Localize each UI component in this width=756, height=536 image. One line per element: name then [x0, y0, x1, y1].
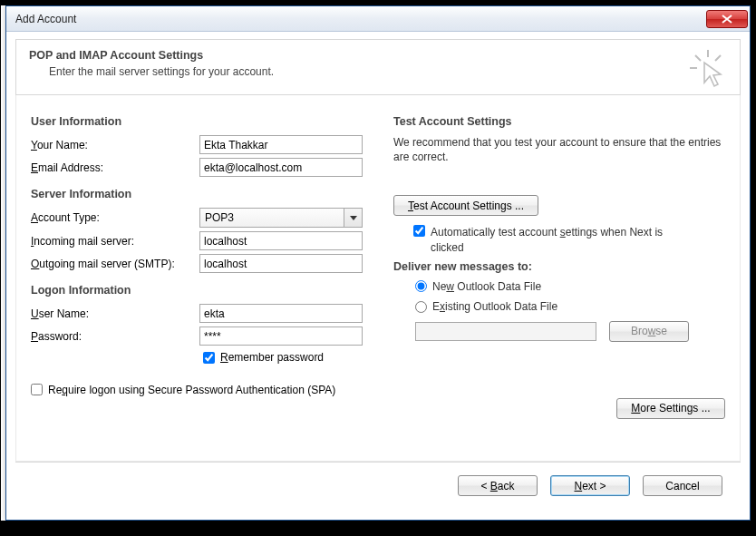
existing-data-file-radio[interactable]: Existing Outlook Data File — [415, 300, 557, 313]
outgoing-server-input[interactable] — [199, 254, 363, 273]
more-settings-button[interactable]: More Settings ... — [616, 398, 725, 419]
footer: < Back Next > Cancel — [15, 462, 741, 511]
incoming-server-input[interactable] — [199, 231, 363, 250]
left-column: User Information Your Name: Email Addres… — [31, 112, 366, 444]
your-name-label: Your Name: — [31, 139, 194, 151]
username-label: User Name: — [31, 307, 194, 320]
test-settings-desc: We recommend that you test your account … — [393, 135, 725, 164]
test-settings-header: Test Account Settings — [393, 115, 725, 128]
existing-file-path-input — [415, 322, 596, 341]
right-column: Test Account Settings We recommend that … — [393, 112, 725, 444]
window-title: Add Account — [15, 13, 706, 25]
next-button[interactable]: Next > — [550, 475, 630, 496]
email-input[interactable] — [199, 158, 363, 177]
account-type-label: Account Type: — [31, 211, 194, 224]
back-button[interactable]: < Back — [458, 475, 538, 496]
close-button[interactable] — [706, 10, 748, 28]
auto-test-checkbox[interactable] — [413, 225, 425, 237]
close-icon — [722, 15, 732, 24]
password-input[interactable] — [199, 326, 363, 346]
outgoing-label: Outgoing mail server (SMTP): — [31, 258, 194, 270]
header-title: POP and IMAP Account Settings — [29, 49, 727, 62]
deliver-header: Deliver new messages to: — [393, 260, 725, 273]
svg-line-2 — [695, 55, 701, 61]
browse-button[interactable]: Browse — [609, 321, 689, 342]
add-account-dialog: Add Account POP and IMAP Account Setting… — [5, 5, 751, 521]
password-label: Password: — [31, 330, 194, 343]
chevron-down-icon — [344, 209, 362, 227]
account-type-value: POP3 — [205, 211, 234, 224]
email-label: Email Address: — [31, 161, 194, 174]
account-type-select[interactable]: POP3 — [199, 208, 363, 228]
user-info-header: User Information — [31, 115, 366, 128]
your-name-input[interactable] — [199, 135, 363, 154]
cancel-button[interactable]: Cancel — [643, 475, 722, 496]
cursor-icon — [676, 40, 740, 96]
remember-password-checkbox[interactable]: Remember password — [203, 351, 366, 364]
new-data-file-radio[interactable]: New Outlook Data File — [415, 280, 541, 293]
incoming-label: Incoming mail server: — [31, 235, 194, 248]
logon-info-header: Logon Information — [31, 284, 366, 297]
spa-checkbox[interactable] — [31, 384, 43, 395]
header-subtitle: Enter the mail server settings for your … — [49, 65, 727, 78]
spa-label: Require logon using Secure Password Auth… — [48, 384, 335, 396]
header-panel: POP and IMAP Account Settings Enter the … — [15, 39, 741, 95]
server-info-header: Server Information — [31, 188, 366, 200]
svg-line-3 — [715, 55, 721, 61]
titlebar: Add Account — [6, 6, 750, 32]
test-account-settings-button[interactable]: Test Account Settings ... — [393, 195, 538, 216]
auto-test-label: Automatically test account settings when… — [431, 225, 684, 254]
username-input[interactable] — [199, 304, 363, 323]
